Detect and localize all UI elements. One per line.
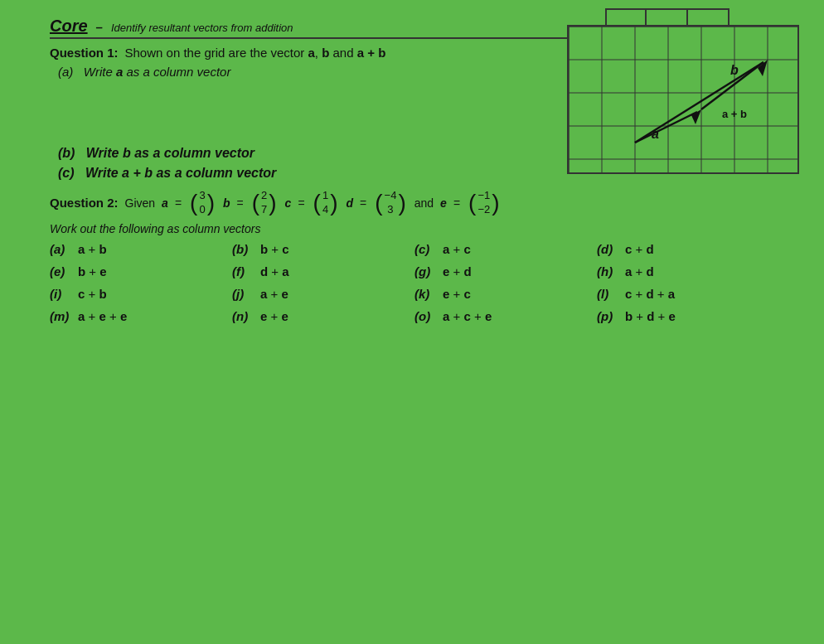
q2-d-top: −4	[385, 189, 397, 203]
page: Core – Identify resultant vectors from a…	[0, 0, 824, 644]
svg-line-14	[635, 112, 697, 143]
and-label: and	[414, 196, 434, 210]
exercise-h: (h) a + d	[597, 264, 779, 278]
exercises-grid: (a) a + b (b) b + c (c) a + c (d) c + d …	[50, 242, 799, 323]
q2-d-bot: 3	[387, 203, 393, 217]
exercise-f: (f) d + a	[232, 264, 414, 278]
q2-d-matrix: ( −4 3 )	[375, 189, 405, 217]
q2-e-name: e	[440, 196, 447, 210]
q2-b-matrix: ( 2 7 )	[252, 189, 277, 217]
exercise-e: (e) b + e	[50, 264, 232, 278]
q1-text: Shown on the grid are the vector a, b an…	[125, 46, 386, 60]
exercise-g: (g) e + d	[414, 264, 597, 278]
exercise-i: (i) c + b	[50, 287, 232, 301]
exercise-j: (j) a + e	[232, 287, 414, 301]
q2-a-matrix: ( 3 0 )	[190, 189, 215, 217]
vector-diagram: a b a + b	[569, 27, 799, 174]
q1-b-label: (b) Write b as a column vector	[58, 146, 254, 160]
exercise-n: (n) e + e	[232, 309, 414, 323]
q2-given: Given	[125, 196, 156, 210]
question2-block: Question 2: Given a = ( 3 0 ) b = ( 2 7	[50, 189, 799, 323]
q2-b-bot: 7	[261, 203, 267, 217]
q2-b-top: 2	[261, 189, 267, 203]
q2-c-top: 1	[322, 189, 328, 203]
q2-header-row: Question 2: Given a = ( 3 0 ) b = ( 2 7	[50, 189, 799, 217]
exercise-p: (p) b + d + e	[597, 309, 779, 323]
exercise-b: (b) b + c	[232, 242, 414, 256]
core-title: Core	[50, 17, 88, 36]
q2-a-top: 3	[199, 189, 205, 203]
q2-e-top: −1	[477, 189, 490, 203]
exercise-k: (k) e + c	[414, 287, 597, 301]
q2-c-name: c	[285, 196, 292, 210]
work-out-text: Work out the following as column vectors	[50, 222, 799, 235]
q2-e-matrix: ( −1 −2 )	[468, 189, 499, 217]
q2-a-name: a	[162, 196, 168, 210]
q2-d-name: d	[346, 196, 353, 210]
q2-a-eq: =	[175, 196, 182, 210]
q2-c-bot: 4	[322, 203, 328, 217]
q2-c-matrix: ( 1 4 )	[313, 189, 338, 217]
exercise-l: (l) c + d + a	[597, 287, 779, 301]
q2-e-bot: −2	[477, 203, 490, 217]
q2-a-bot: 0	[199, 203, 205, 217]
q1-label: Question 1:	[50, 46, 119, 60]
grid-area: a b a + b	[567, 25, 799, 174]
q1-c-label: (c) Write a + b as a column vector	[58, 166, 276, 180]
diagram-container: a b a + b	[567, 25, 799, 174]
q2-label: Question 2:	[50, 196, 119, 210]
exercise-c: (c) a + c	[414, 242, 597, 256]
exercise-d: (d) c + d	[597, 242, 779, 256]
q1-a-label: (a) Write a as a column vector	[58, 65, 230, 79]
svg-text:a + b: a + b	[722, 108, 747, 120]
q2-b-name: b	[223, 196, 230, 210]
exercise-m: (m) a + e + e	[50, 309, 232, 323]
exercise-a: (a) a + b	[50, 242, 232, 256]
exercise-o: (o) a + c + e	[414, 309, 597, 323]
svg-text:b: b	[730, 63, 739, 77]
header-subtitle: Identify resultant vectors from addition	[111, 22, 293, 34]
svg-line-20	[635, 62, 763, 143]
